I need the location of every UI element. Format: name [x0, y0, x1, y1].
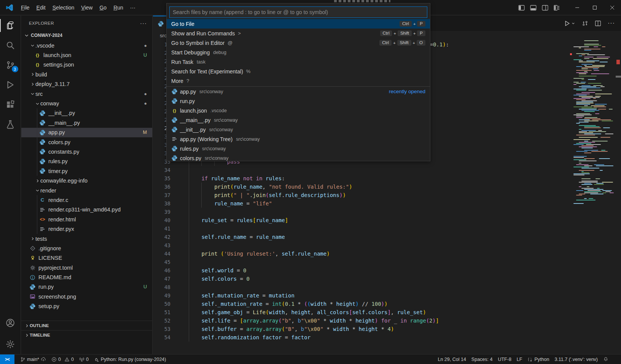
activity-settings-gear-icon[interactable]: [0, 334, 21, 354]
tree-item-run.py[interactable]: run.pyU: [21, 282, 152, 292]
quick-open-file-run.py[interactable]: run.py: [167, 96, 430, 106]
tree-item-render.pyx[interactable]: render.pyx: [21, 224, 152, 234]
ports-status[interactable]: 0: [76, 354, 91, 364]
tree-item-pyproject.toml[interactable]: pyproject.toml: [21, 263, 152, 272]
minimap-line: [576, 195, 582, 196]
tree-item-render.html[interactable]: <>render.html: [21, 215, 152, 224]
tree-item-README.md[interactable]: README.md: [21, 272, 152, 282]
tree-item-.vscode[interactable]: .vscode●: [21, 41, 152, 50]
problems-status[interactable]: 0 0: [49, 354, 76, 364]
quick-open-command-more[interactable]: More?: [167, 76, 430, 86]
python-file-icon: [29, 303, 36, 310]
minimap-line: [576, 123, 580, 124]
quick-open-input[interactable]: [169, 6, 427, 18]
toggle-secondary-sidebar-icon[interactable]: [542, 5, 548, 11]
editor-more-actions-icon[interactable]: ···: [608, 20, 615, 27]
tree-item-__init__.py[interactable]: __init__.py: [21, 108, 152, 118]
remote-indicator[interactable]: ><: [0, 354, 14, 364]
close-button[interactable]: [603, 0, 621, 15]
run-dropdown-chevron-icon[interactable]: [571, 21, 575, 25]
breadcrumb-src[interactable]: src: [160, 33, 167, 38]
tree-item-tests[interactable]: tests: [21, 234, 152, 243]
indent-guide: [189, 183, 189, 191]
menu-edit[interactable]: Edit: [33, 3, 49, 12]
quick-open-file-launch.json[interactable]: {}launch.json.vscode: [167, 106, 430, 115]
tree-item-render[interactable]: render: [21, 186, 152, 195]
tree-item-constants.py[interactable]: constants.py: [21, 147, 152, 156]
tree-item-__main__.py[interactable]: __main__.py: [21, 118, 152, 127]
eol-status[interactable]: LF: [514, 357, 525, 362]
indent-guide: [189, 208, 189, 216]
activity-source-control-icon[interactable]: 3: [0, 55, 21, 75]
tree-item-build[interactable]: build: [21, 70, 152, 79]
tree-item-app.py[interactable]: app.pyM: [21, 128, 152, 137]
activity-files-icon[interactable]: [0, 16, 21, 35]
menu-[interactable]: ···: [127, 3, 139, 12]
quick-open-file-colors.py[interactable]: colors.pysrc\conway: [167, 153, 430, 161]
quick-open-file-app.py[interactable]: app.pysrc\conwayrecently opened: [167, 87, 430, 96]
panel-header-outline[interactable]: OUTLINE: [21, 321, 152, 330]
python-interpreter-status[interactable]: 3.11.7 ('.venv': venv): [552, 357, 600, 362]
activity-account-icon[interactable]: [0, 313, 21, 333]
bell-icon: [603, 357, 608, 362]
quick-open-command-start-debugging[interactable]: Start Debuggingdebug: [167, 48, 430, 57]
run-python-file-button[interactable]: [564, 20, 575, 27]
quick-open-file-app.pyWorkingTree[interactable]: app.py (Working Tree)src\conway: [167, 134, 430, 144]
quick-open-command-show-and-run-commands[interactable]: Show and Run Commands>Ctrl+Shift+P: [167, 29, 430, 38]
tree-item-colors.py[interactable]: colors.py: [21, 137, 152, 147]
tree-item-settings.json[interactable]: {}settings.json: [21, 60, 152, 70]
tree-item-launch.json[interactable]: {}launch.jsonU: [21, 50, 152, 60]
menu-view[interactable]: View: [78, 3, 96, 12]
overview-ruler[interactable]: [616, 16, 621, 354]
indentation-status[interactable]: Spaces: 4: [469, 357, 495, 362]
quick-open-command-run-task[interactable]: Run Tasktask: [167, 57, 430, 67]
menu-file[interactable]: File: [18, 3, 33, 12]
open-changes-icon[interactable]: [582, 20, 588, 27]
tree-item-.gitignore[interactable]: .gitignore: [21, 243, 152, 253]
quick-open-command-search-for-text-experimental-[interactable]: Search for Text (Experimental)%: [167, 67, 430, 76]
minimap-line: [581, 172, 589, 173]
language-mode-status[interactable]: Python: [525, 357, 552, 362]
activity-search-icon[interactable]: [0, 35, 21, 55]
tree-item-deploy_3.11.7[interactable]: deploy_3.11.7: [21, 79, 152, 89]
quick-open-file-rules.py[interactable]: rules.pysrc\conway: [167, 144, 430, 153]
quick-open-command-go-to-symbol-in-editor[interactable]: Go to Symbol in Editor@Ctrl+Shift+O: [167, 38, 430, 48]
line-number: 39: [153, 208, 170, 216]
tree-item-screenshot.png[interactable]: screenshot.png: [21, 292, 152, 301]
quick-open-file-__main__.py[interactable]: __main__.pysrc\conway: [167, 115, 430, 125]
tree-item-render.c[interactable]: Crender.c: [21, 195, 152, 205]
menu-go[interactable]: Go: [96, 3, 110, 12]
tree-item-render.cp311-win_amd64.pyd[interactable]: render.cp311-win_amd64.pyd: [21, 205, 152, 215]
activity-run-debug-icon[interactable]: [0, 75, 21, 95]
tree-item-setup.py[interactable]: setup.py: [21, 302, 152, 311]
toggle-panel-icon[interactable]: [530, 5, 537, 11]
tree-item-timer.py[interactable]: timer.py: [21, 166, 152, 176]
tree-item-conwaylife.egg-info[interactable]: conwaylife.egg-info: [21, 176, 152, 185]
activity-testing-icon[interactable]: [0, 114, 21, 134]
explorer-more-actions-icon[interactable]: ···: [140, 20, 147, 26]
minimap[interactable]: [573, 40, 615, 219]
minimize-button[interactable]: [568, 0, 586, 15]
menu-selection[interactable]: Selection: [49, 3, 78, 12]
split-editor-icon[interactable]: [595, 20, 601, 27]
minimap-line: [573, 82, 579, 83]
customize-layout-icon[interactable]: [554, 5, 560, 11]
quick-open-file-__init__.py[interactable]: __init__.pysrc\conway: [167, 125, 430, 134]
menu-run[interactable]: Run: [110, 3, 127, 12]
maximize-button[interactable]: [586, 0, 603, 15]
tree-item-LICENSE[interactable]: LICENSE: [21, 253, 152, 263]
tree-item-rules.py[interactable]: rules.py: [21, 157, 152, 166]
debug-configuration-status[interactable]: Python: Run.py (conway-2024): [91, 354, 169, 364]
panel-header-timeline[interactable]: TIMELINE: [21, 330, 152, 340]
tree-root-folder[interactable]: CONWAY-2024: [21, 30, 152, 40]
cursor-position-status[interactable]: Ln 29, Col 14: [435, 357, 468, 362]
tree-item-src[interactable]: src●: [21, 89, 152, 99]
notifications-bell[interactable]: [600, 357, 611, 362]
command-label: Go to Symbol in Editor: [171, 40, 225, 46]
tree-item-conway[interactable]: conway●: [21, 99, 152, 108]
quick-open-command-go-to-file[interactable]: Go to FileCtrl+P: [167, 19, 430, 29]
toggle-sidebar-icon[interactable]: [518, 5, 525, 11]
git-branch-status[interactable]: main*: [18, 354, 49, 364]
activity-extensions-icon[interactable]: [0, 95, 21, 114]
encoding-status[interactable]: UTF-8: [495, 357, 514, 362]
